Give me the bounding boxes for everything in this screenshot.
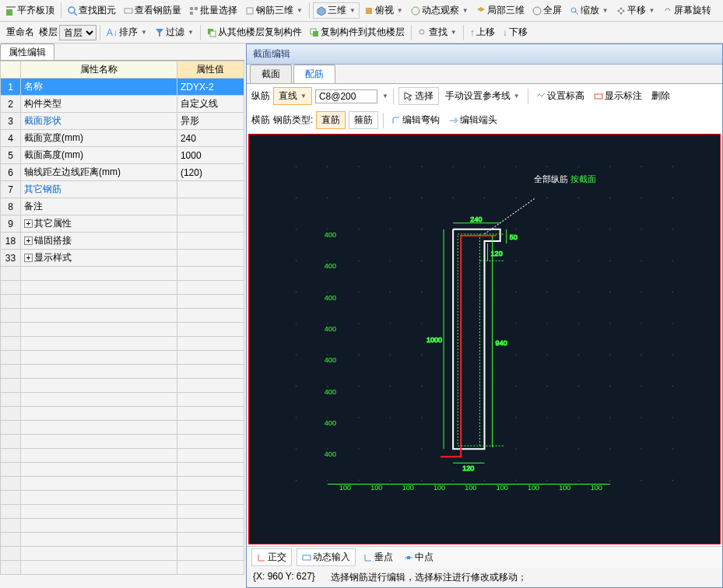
prop-value-cell[interactable] [177, 198, 244, 215]
svg-point-142 [296, 448, 297, 449]
svg-text:50: 50 [510, 233, 518, 241]
separator [100, 25, 100, 40]
tb-find-element[interactable]: 查找图元 [65, 2, 119, 19]
tb-rename[interactable]: 重命名 [3, 24, 37, 40]
show-annotation-button[interactable]: 显示标注 [591, 88, 645, 104]
svg-marker-9 [318, 7, 325, 16]
svg-point-107 [421, 354, 422, 355]
svg-rect-0 [6, 6, 16, 8]
tb-fullscreen[interactable]: 全屏 [529, 2, 565, 19]
ortho-button[interactable]: 正交 [251, 548, 292, 566]
mid-snap[interactable]: 中点 [401, 549, 437, 565]
separator [200, 25, 201, 40]
tb-move-up[interactable]: ↑上移 [467, 24, 498, 40]
separator [309, 3, 310, 19]
tb-sort[interactable]: A↓排序▼ [104, 24, 150, 40]
prop-value-cell[interactable]: 1000 [177, 147, 244, 164]
tab-reinforcement[interactable]: 配筋 [293, 65, 335, 83]
property-row[interactable]: 9+其它属性 [1, 215, 244, 233]
tb-local-3d[interactable]: 局部三维 [473, 2, 528, 19]
prop-value-cell[interactable]: 自定义线 [177, 96, 244, 113]
expand-icon[interactable]: + [24, 236, 33, 245]
line-type-select[interactable]: 直线▼ [273, 87, 312, 105]
svg-point-21 [419, 30, 424, 34]
svg-point-45 [515, 198, 516, 198]
rebar-spec-input[interactable] [315, 89, 377, 103]
svg-point-130 [327, 417, 328, 418]
svg-text:400: 400 [325, 388, 336, 396]
svg-point-98 [546, 323, 547, 324]
svg-point-30 [452, 166, 453, 166]
property-row[interactable]: 18+锚固搭接 [1, 233, 244, 250]
property-row[interactable]: 4截面宽度(mm)240 [1, 130, 244, 147]
svg-point-159 [421, 480, 422, 481]
property-row[interactable]: 6轴线距左边线距离(mm)(120) [1, 164, 244, 181]
cursor-icon [404, 92, 413, 101]
expand-icon[interactable]: + [24, 254, 33, 262]
tb-copy-from[interactable]: 从其他楼层复制构件 [204, 24, 305, 40]
row-index: 7 [1, 181, 21, 198]
tb-pan[interactable]: 平移▼ [613, 2, 658, 19]
svg-point-13 [533, 7, 541, 15]
svg-point-60 [578, 229, 579, 229]
section-canvas[interactable]: 100100100100100100100100100 400400400400… [248, 134, 721, 544]
svg-point-157 [358, 480, 359, 481]
prop-value-cell[interactable]: 240 [177, 130, 244, 147]
tb-align-top[interactable]: 平齐板顶 [3, 2, 58, 19]
select-button[interactable]: 选择 [398, 87, 439, 105]
prop-name-cell: 名称 [21, 79, 177, 96]
property-row[interactable]: 33+显示样式 [1, 250, 244, 267]
set-elevation-button[interactable]: 设置标高 [533, 88, 588, 104]
straight-rebar-button[interactable]: 直筋 [316, 111, 346, 129]
floor-select[interactable]: 首层 [59, 25, 97, 40]
tab-property-edit[interactable]: 属性编辑 [0, 44, 54, 60]
tab-section[interactable]: 截面 [250, 65, 292, 83]
tb-view-rebar[interactable]: 查看钢筋量 [121, 2, 184, 19]
edit-end-button[interactable]: 编辑端头 [446, 112, 500, 128]
tb-find[interactable]: 查找▼ [415, 24, 460, 40]
dyn-input-icon [302, 553, 311, 562]
prop-value-cell[interactable] [177, 233, 244, 250]
prop-value-cell[interactable]: ZDYX-2 [177, 79, 244, 96]
svg-point-33 [546, 166, 547, 166]
tb-3d[interactable]: 三维▼ [313, 2, 360, 19]
main-toolbar-2: 重命名 楼层 首层 A↓排序▼ 过滤▼ 从其他楼层复制构件 复制构件到其他楼层 … [0, 22, 723, 44]
property-row[interactable]: 1名称ZDYX-2 [1, 79, 244, 96]
dynamic-input-button[interactable]: 动态输入 [297, 548, 356, 566]
tb-filter[interactable]: 过滤▼ [152, 24, 197, 40]
property-row[interactable]: 7其它钢筋 [1, 181, 244, 198]
property-row[interactable]: 2构件类型自定义线 [1, 96, 244, 113]
property-row[interactable]: 3截面形状异形 [1, 113, 244, 130]
prop-value-cell[interactable]: (120) [177, 164, 244, 181]
tb-batch-select[interactable]: 批量选择 [186, 2, 240, 19]
tb-copy-to[interactable]: 复制构件到其他楼层 [307, 24, 408, 40]
svg-point-141 [672, 417, 673, 418]
prop-value-cell[interactable] [177, 215, 244, 233]
svg-point-131 [358, 417, 359, 418]
tb-rebar-3d[interactable]: 钢筋三维▼ [242, 2, 306, 19]
svg-point-59 [546, 229, 547, 229]
row-index: 3 [1, 113, 21, 130]
prop-value-cell[interactable] [177, 250, 244, 267]
dropdown-arrow-icon: ▼ [297, 7, 303, 14]
svg-point-66 [358, 260, 359, 261]
svg-point-61 [609, 229, 610, 229]
delete-button[interactable]: 删除 [648, 88, 673, 104]
edit-hook-button[interactable]: 编辑弯钩 [388, 112, 443, 128]
tb-screen-rotate[interactable]: 屏幕旋转 [660, 2, 714, 19]
dropdown-arrow-icon[interactable]: ▼ [382, 93, 388, 100]
manual-refline-button[interactable]: 手动设置参考线▼ [442, 88, 523, 104]
tb-zoom[interactable]: 缩放▼ [567, 2, 612, 19]
prop-value-cell[interactable] [177, 181, 244, 198]
tb-orbit[interactable]: 动态观察▼ [408, 2, 472, 19]
tb-move-down[interactable]: ↓下移 [500, 24, 531, 40]
property-row[interactable]: 5截面高度(mm)1000 [1, 147, 244, 164]
prop-value-cell[interactable]: 异形 [177, 113, 244, 130]
expand-icon[interactable]: + [24, 219, 33, 228]
perp-snap[interactable]: 垂点 [360, 549, 396, 565]
property-row[interactable]: 8备注 [1, 198, 244, 215]
stirrup-button[interactable]: 箍筋 [349, 111, 378, 129]
col-name-header: 属性名称 [21, 61, 177, 79]
tb-top-view[interactable]: 俯视▼ [361, 2, 406, 19]
svg-point-80 [390, 292, 391, 292]
